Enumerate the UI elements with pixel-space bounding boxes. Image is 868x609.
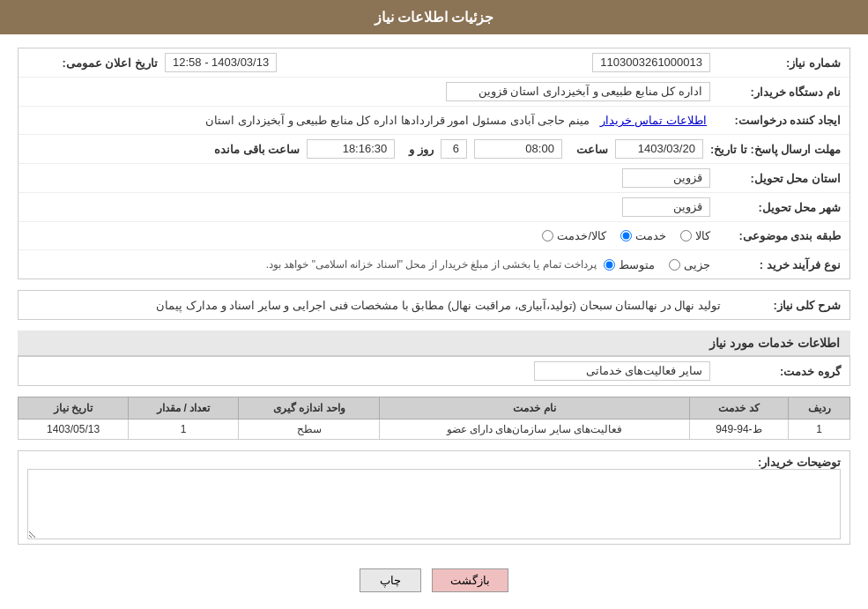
th-code: کد خدمت xyxy=(689,397,789,420)
buyer-notes-section: توضیحات خریدار: xyxy=(18,450,850,545)
need-desc-label: شرح کلی نیاز: xyxy=(735,299,841,312)
send-time-label: ساعت xyxy=(576,143,608,156)
back-button[interactable]: بازگشت xyxy=(432,568,508,592)
print-button[interactable]: چاپ xyxy=(360,568,421,592)
radio-kala-label: کالا xyxy=(695,229,710,242)
row-province: استان محل تحویل: قزوین xyxy=(19,164,849,193)
radio-kala[interactable]: کالا xyxy=(680,229,710,242)
category-label: طبقه بندی موضوعی: xyxy=(717,229,841,242)
send-deadline-label: مهلت ارسال پاسخ: تا تاریخ: xyxy=(710,143,841,156)
radio-kala-khadamat-label: کالا/خدمت xyxy=(557,229,606,242)
row-buyer-notes: توضیحات خریدار: xyxy=(19,451,849,544)
send-deadline-fields: 1403/03/20 ساعت 08:00 6 روز و 18:16:30 س… xyxy=(207,139,703,159)
service-group-value: سایر فعالیت‌های خدماتی xyxy=(534,361,710,381)
city-label: شهر محل تحویل: xyxy=(717,201,841,214)
buyer-notes-textarea[interactable] xyxy=(27,469,841,539)
row-need-desc: شرح کلی نیاز: تولید نهال در نهالستان سبح… xyxy=(19,291,849,319)
row-city: شهر محل تحویل: قزوین xyxy=(19,193,849,222)
th-qty: تعداد / مقدار xyxy=(129,397,239,420)
buyer-org-value: اداره کل منابع طبیعی و آبخیزداری استان ق… xyxy=(446,82,710,101)
creator-value: مینم حاجی آبادی مسئول امور قراردادها ادا… xyxy=(202,112,592,129)
category-radio-group: کالا/خدمت خدمت کالا xyxy=(542,229,710,242)
table-row: 1ط-94-949فعالیت‌های سایر سازمان‌های دارا… xyxy=(19,420,850,440)
row-creator: ایجاد کننده درخواست: اطلاعات تماس خریدار… xyxy=(19,107,849,135)
radio-jozi-input[interactable] xyxy=(669,259,680,271)
services-table: ردیف کد خدمت نام خدمت واحد اندازه گیری ت… xyxy=(18,397,850,440)
creator-label: ایجاد کننده درخواست: xyxy=(717,114,841,127)
cell-row: 1 xyxy=(789,420,850,440)
radio-jozi[interactable]: جزیی xyxy=(669,258,710,271)
radio-motavaset-input[interactable] xyxy=(604,259,615,271)
purchase-type-label: نوع فرآیند خرید : xyxy=(717,258,841,271)
purchase-note: پرداخت تمام یا بخشی از مبلغ خریدار از مح… xyxy=(266,258,597,271)
row-need-number: شماره نیاز: 1103003261000013 1403/03/13 … xyxy=(19,48,849,78)
row-buyer-org: نام دستگاه خریدار: اداره کل منابع طبیعی … xyxy=(19,78,849,107)
send-remaining-label: ساعت باقی مانده xyxy=(214,143,300,156)
cell-qty: 1 xyxy=(129,420,239,440)
radio-khadamat[interactable]: خدمت xyxy=(620,229,666,242)
send-time: 08:00 xyxy=(474,139,562,159)
row-category: طبقه بندی موضوعی: کالا/خدمت خدمت کالا xyxy=(19,222,849,250)
radio-khadamat-input[interactable] xyxy=(620,230,632,241)
send-date: 1403/03/20 xyxy=(615,139,703,159)
date-label: تاریخ اعلان عمومی: xyxy=(34,56,158,70)
page-wrapper: جزئیات اطلاعات نیاز شماره نیاز: 11030032… xyxy=(0,0,868,609)
page-header: جزئیات اطلاعات نیاز xyxy=(0,0,868,34)
cell-code: ط-94-949 xyxy=(689,420,789,440)
purchase-radio-group: متوسط جزیی xyxy=(604,258,710,271)
need-desc-section: شرح کلی نیاز: تولید نهال در نهالستان سبح… xyxy=(18,290,850,320)
cell-unit: سطح xyxy=(239,420,380,440)
buyer-org-label: نام دستگاه خریدار: xyxy=(717,85,841,99)
radio-kala-khadamat-input[interactable] xyxy=(542,230,553,241)
province-value: قزوین xyxy=(622,168,710,188)
service-group-label: گروه خدمت: xyxy=(717,365,841,378)
row-service-group: گروه خدمت: سایر فعالیت‌های خدماتی xyxy=(19,357,849,385)
cell-name: فعالیت‌های سایر سازمان‌های دارای عضو xyxy=(380,420,689,440)
province-label: استان محل تحویل: xyxy=(717,172,841,185)
th-name: نام خدمت xyxy=(380,397,689,420)
page-title: جزئیات اطلاعات نیاز xyxy=(375,10,494,25)
radio-khadamat-label: خدمت xyxy=(635,229,666,242)
city-value: قزوین xyxy=(622,197,710,217)
date-value: 1403/03/13 - 12:58 xyxy=(165,53,277,72)
services-section: اطلاعات خدمات مورد نیاز گروه خدمت: سایر … xyxy=(18,330,850,440)
cell-date: 1403/05/13 xyxy=(19,420,129,440)
radio-jozi-label: جزیی xyxy=(684,258,710,271)
row-purchase-type: نوع فرآیند خرید : متوسط جزیی پرداخت تمام… xyxy=(19,250,849,279)
send-days: 6 xyxy=(441,139,467,159)
th-row: ردیف xyxy=(789,397,850,420)
services-header: اطلاعات خدمات مورد نیاز xyxy=(18,330,850,356)
th-unit: واحد اندازه گیری xyxy=(239,397,380,420)
radio-kala-input[interactable] xyxy=(680,230,692,241)
row-send-deadline: مهلت ارسال پاسخ: تا تاریخ: 1403/03/20 سا… xyxy=(19,135,849,164)
need-number-label: شماره نیاز: xyxy=(717,56,841,70)
buttons-row: بازگشت چاپ xyxy=(18,555,850,605)
send-day-label: روز و xyxy=(409,143,434,156)
content-area: شماره نیاز: 1103003261000013 1403/03/13 … xyxy=(0,34,868,609)
radio-motavaset-label: متوسط xyxy=(619,258,655,271)
service-group-section: گروه خدمت: سایر فعالیت‌های خدماتی xyxy=(18,356,850,386)
send-remaining: 18:16:30 xyxy=(307,139,395,159)
need-desc-value: تولید نهال در نهالستان سبحان (تولید،آبیا… xyxy=(27,297,728,314)
radio-motavaset[interactable]: متوسط xyxy=(604,258,655,271)
creator-link[interactable]: اطلاعات تماس خریدار xyxy=(597,112,710,129)
radio-kala-khadamat[interactable]: کالا/خدمت xyxy=(542,229,606,242)
main-form-section: شماره نیاز: 1103003261000013 1403/03/13 … xyxy=(18,48,850,279)
th-date: تاریخ نیاز xyxy=(19,397,129,420)
buyer-notes-label: توضیحات خریدار: xyxy=(717,456,841,469)
need-number-value: 1103003261000013 xyxy=(592,53,710,72)
